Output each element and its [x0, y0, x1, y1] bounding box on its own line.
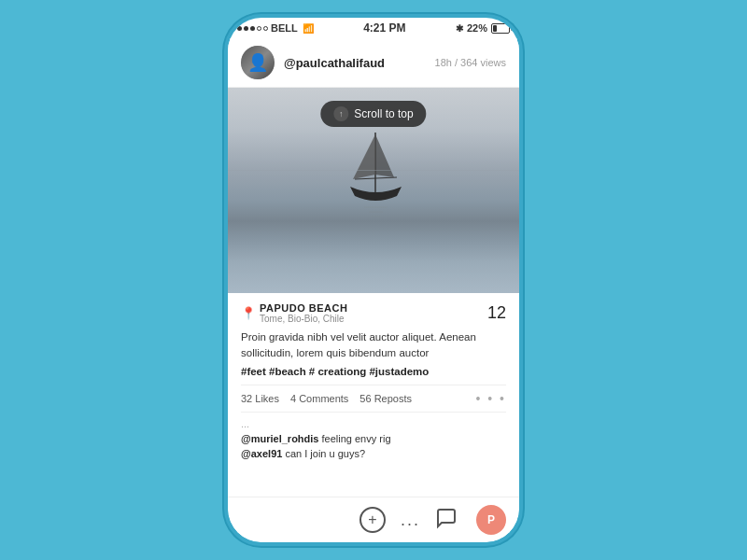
wifi-icon: 📶 — [303, 23, 314, 34]
scroll-to-top-label: Scroll to top — [354, 107, 413, 120]
comment-1-user: @muriel_rohdis — [241, 433, 318, 444]
location-pin-icon: 📍 — [241, 306, 256, 320]
location-name: PAPUDO BEACH — [260, 302, 347, 314]
action-bar: + ... P — [228, 497, 519, 542]
profile-header: @paulcathalifaud 18h / 364 views — [228, 38, 519, 88]
status-right: ✱ 22% — [456, 22, 510, 34]
profile-left: @paulcathalifaud — [241, 46, 385, 79]
boat-svg — [336, 123, 411, 235]
location-row: 📍 PAPUDO BEACH Tome, Bio-Bio, Chile 12 — [241, 302, 506, 324]
carrier-name: BELL — [271, 22, 298, 34]
more-options-dots[interactable]: • • • — [476, 391, 506, 406]
post-image-container: ↑ Scroll to top — [228, 88, 519, 293]
location-left: 📍 PAPUDO BEACH Tome, Bio-Bio, Chile — [241, 302, 347, 324]
avatar-image — [241, 46, 275, 79]
signal-dot-3 — [250, 26, 255, 31]
like-count: 12 — [487, 303, 506, 323]
comment-2-text: can I join u guys? — [282, 448, 365, 459]
scroll-to-top-button[interactable]: ↑ Scroll to top — [320, 101, 426, 127]
username[interactable]: @paulcathalifaud — [284, 56, 385, 70]
bluetooth-icon: ✱ — [456, 23, 463, 34]
status-left: BELL 📶 — [237, 22, 314, 34]
post-caption: Proin gravida nibh vel velit auctor aliq… — [241, 329, 506, 362]
post-tags[interactable]: #feet #beach # creationg #justademo — [241, 366, 506, 377]
svg-marker-1 — [353, 134, 375, 179]
battery-fill — [493, 25, 497, 32]
battery-icon — [491, 23, 510, 34]
comment-2-user: @axel91 — [241, 448, 282, 459]
signal-dot-4 — [257, 26, 261, 31]
svg-marker-2 — [375, 134, 394, 177]
comment-ellipsis: ... — [241, 418, 506, 429]
bottom-avatar[interactable]: P — [476, 505, 506, 535]
location-info: PAPUDO BEACH Tome, Bio-Bio, Chile — [260, 302, 347, 324]
horizon-line — [228, 170, 519, 171]
likes-count[interactable]: 32 Likes — [241, 393, 279, 404]
signal-dots — [237, 26, 268, 31]
comment-2[interactable]: @axel91 can I join u guys? — [241, 446, 506, 462]
phone-frame: BELL 📶 4:21 PM ✱ 22% @paulcathalifaud 18… — [224, 14, 523, 546]
post-details: 📍 PAPUDO BEACH Tome, Bio-Bio, Chile 12 P… — [228, 293, 519, 413]
post-meta: 18h / 364 views — [435, 57, 506, 68]
reposts-count[interactable]: 56 Reposts — [359, 393, 412, 404]
scroll-icon: ↑ — [333, 106, 348, 121]
signal-dot-5 — [263, 26, 268, 31]
add-button[interactable]: + — [359, 507, 386, 533]
status-time: 4:21 PM — [363, 21, 405, 35]
comments-section: ... @muriel_rohdis feeling envy rig @axe… — [228, 413, 519, 497]
engagement-row: 32 Likes 4 Comments 56 Reposts • • • — [241, 385, 506, 413]
comment-1[interactable]: @muriel_rohdis feeling envy rig — [241, 431, 506, 447]
more-button[interactable]: ... — [401, 511, 420, 530]
battery-percentage: 22% — [467, 22, 487, 34]
dots-icon: ... — [401, 511, 420, 529]
chat-button[interactable] — [435, 507, 458, 534]
plus-icon: + — [368, 511, 376, 528]
status-bar: BELL 📶 4:21 PM ✱ 22% — [228, 18, 519, 38]
phone-content: @paulcathalifaud 18h / 364 views — [228, 38, 519, 542]
chat-icon — [435, 507, 458, 529]
avatar[interactable] — [241, 46, 275, 79]
signal-dot-2 — [244, 26, 248, 31]
comment-1-text: feeling envy rig — [318, 433, 390, 444]
comments-count[interactable]: 4 Comments — [290, 393, 348, 404]
location-sub: Tome, Bio-Bio, Chile — [260, 314, 347, 324]
signal-dot-1 — [237, 26, 242, 31]
